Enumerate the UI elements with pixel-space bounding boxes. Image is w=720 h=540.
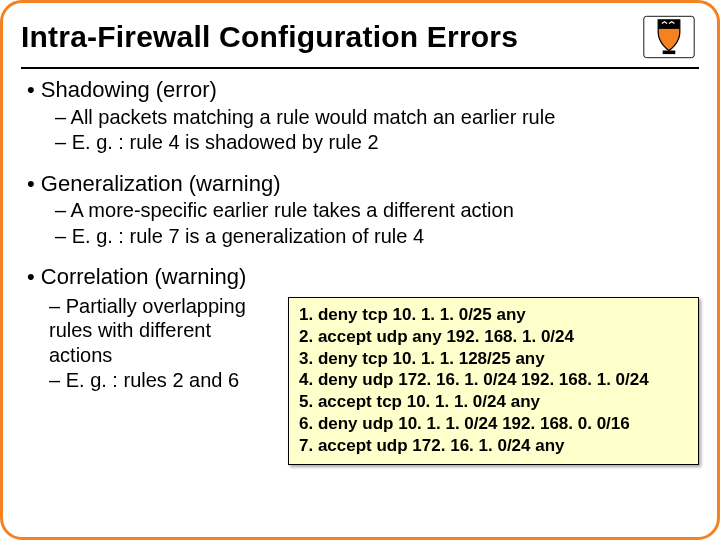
bullet-shadowing: • Shadowing (error) [27, 77, 699, 104]
shadowing-point-2: – E. g. : rule 4 is shadowed by rule 2 [55, 130, 699, 154]
rule-2: 2. accept udp any 192. 168. 1. 0/24 [299, 326, 688, 348]
correlation-points: – Partially overlapping rules with diffe… [21, 293, 276, 393]
bullet-generalization: • Generalization (warning) [27, 171, 699, 198]
rule-5: 5. accept tcp 10. 1. 1. 0/24 any [299, 391, 688, 413]
slide-title: Intra-Firewall Configuration Errors [21, 20, 518, 54]
generalization-point-1: – A more-specific earlier rule takes a d… [55, 198, 699, 222]
correlation-row: – Partially overlapping rules with diffe… [21, 293, 699, 465]
rule-1: 1. deny tcp 10. 1. 1. 0/25 any [299, 304, 688, 326]
bullet-correlation: • Correlation (warning) [27, 264, 699, 291]
generalization-point-2: – E. g. : rule 7 is a generalization of … [55, 224, 699, 248]
slide-frame: Intra-Firewall Configuration Errors • Sh… [0, 0, 720, 540]
rule-6: 6. deny udp 10. 1. 1. 0/24 192. 168. 0. … [299, 413, 688, 435]
rule-4: 4. deny udp 172. 16. 1. 0/24 192. 168. 1… [299, 369, 688, 391]
correlation-point-1: – Partially overlapping rules with diffe… [49, 294, 276, 367]
rule-3: 3. deny tcp 10. 1. 1. 128/25 any [299, 348, 688, 370]
slide-body: • Shadowing (error) – All packets matchi… [21, 77, 699, 465]
svg-rect-1 [663, 51, 676, 55]
correlation-point-2: – E. g. : rules 2 and 6 [49, 368, 276, 392]
rule-7: 7. accept udp 172. 16. 1. 0/24 any [299, 435, 688, 457]
shadowing-point-1: – All packets matching a rule would matc… [55, 105, 699, 129]
rules-box: 1. deny tcp 10. 1. 1. 0/25 any 2. accept… [288, 297, 699, 465]
slide-header: Intra-Firewall Configuration Errors [21, 13, 699, 69]
princeton-shield-icon [639, 13, 699, 61]
